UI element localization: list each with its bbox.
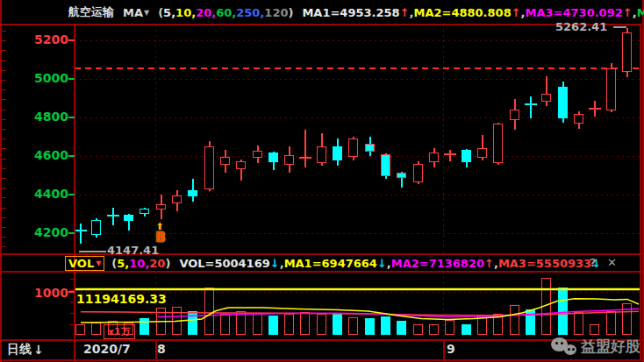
param: 5	[117, 257, 129, 270]
candle-body	[317, 146, 326, 163]
vol-params: (51020)	[111, 257, 170, 270]
scale-tick-icon	[2, 217, 6, 218]
high-price-line	[613, 26, 626, 28]
scale-tick-icon	[2, 197, 6, 198]
stock-chart-window: 航空运输 MA▼ (5102060250120) MA1=4953.258↑MA…	[0, 0, 644, 362]
candle-body	[91, 220, 101, 235]
candle-body	[124, 215, 133, 221]
candle-body	[236, 161, 246, 169]
chevron-down-icon: ▼	[96, 259, 101, 267]
vol-selector-label: VOL	[68, 257, 94, 270]
vol-selector[interactable]: VOL▼	[65, 256, 104, 271]
prev-close-line	[75, 67, 640, 69]
candle-body	[429, 153, 439, 162]
candle-wick	[112, 208, 114, 225]
candle-body	[558, 87, 568, 119]
candle-body	[510, 110, 519, 120]
price-axis-label: 4400	[2, 187, 68, 201]
period-selector[interactable]: 日线 ↓	[7, 342, 44, 358]
param: 10	[175, 6, 196, 19]
candle-body	[172, 195, 182, 203]
frame-line	[74, 24, 75, 359]
mav: MA1=4953.258↑	[302, 6, 413, 19]
price-gridline	[75, 40, 640, 41]
up-arrow-icon: ↑	[400, 6, 410, 19]
frame-line	[0, 271, 644, 273]
time-axis-label: 8	[157, 342, 166, 356]
mav: MA3=4730.092↑	[526, 6, 637, 19]
param: 10	[129, 257, 149, 270]
volume-unit-badge: x1万	[104, 324, 135, 339]
wechat-icon	[551, 337, 577, 357]
volume-axis-dash	[68, 291, 75, 293]
candle-body	[253, 151, 262, 158]
scale-tick-icon	[2, 188, 6, 188]
price-axis-label: 5000	[2, 71, 68, 85]
candle-body	[413, 164, 423, 182]
scale-tick-icon	[70, 324, 75, 325]
scale-tick-icon	[2, 208, 6, 209]
frame-line	[0, 0, 2, 362]
scale-tick-icon	[2, 110, 6, 110]
scale-tick-icon	[70, 290, 75, 291]
price-axis-label: 4800	[2, 110, 68, 124]
candle-body	[220, 157, 230, 165]
watermark: 益盟好股	[551, 337, 640, 357]
mav: MA1=6947664↓	[284, 257, 391, 270]
help-icon[interactable]: ?	[590, 256, 597, 269]
candle-body	[156, 204, 166, 209]
month-gridline	[443, 25, 444, 254]
month-gridline	[155, 25, 156, 254]
candle-body	[381, 154, 390, 176]
candle-wick	[80, 224, 82, 243]
price-axis-dash	[68, 117, 75, 118]
candle-body	[477, 148, 487, 158]
scale-tick-icon	[2, 40, 6, 41]
frame-line	[640, 24, 641, 359]
scale-tick-icon	[70, 302, 75, 302]
scale-tick-icon	[2, 246, 6, 247]
candle-body	[462, 150, 471, 162]
down-arrow-icon: ↓	[377, 257, 387, 270]
candle-body	[140, 209, 149, 214]
scale-tick-icon	[2, 168, 6, 169]
candle-body	[188, 190, 197, 196]
ma-params: (5102060250120)	[158, 6, 293, 19]
scale-tick-icon	[2, 178, 6, 179]
param: 20	[196, 6, 216, 19]
low-price-line	[79, 251, 106, 252]
scale-tick-icon	[70, 279, 75, 280]
scale-tick-icon	[2, 80, 6, 81]
param: 60	[216, 6, 236, 19]
down-arrow-icon: ↓	[270, 257, 280, 270]
scale-tick-icon	[2, 148, 6, 149]
param: 5	[163, 6, 175, 19]
ma-selector[interactable]: MA▼	[123, 6, 149, 19]
symbol-title: 航空运输	[68, 4, 114, 20]
close-icon[interactable]: ✕	[607, 256, 617, 269]
up-arrow-icon: ↑	[623, 6, 633, 19]
mav: MA3=5550933↓	[498, 257, 601, 270]
candle-doji	[444, 153, 456, 155]
high-price-label: 5262.41	[555, 20, 607, 33]
frame-line	[0, 359, 644, 361]
ma-values: MA1=4953.258↑MA2=4880.808↑MA3=4730.092↑M…	[302, 6, 644, 19]
candle-doji	[299, 157, 311, 159]
candle-doji	[75, 230, 87, 231]
candle-doji	[107, 215, 119, 216]
vol-values: VOL=5004169↓MA1=6947664↓MA2=7136820↑MA3=…	[179, 257, 601, 270]
price-axis-dash	[68, 78, 75, 80]
arrow-down-icon: ↓	[33, 343, 44, 357]
watermark-text: 益盟好股	[581, 337, 640, 357]
candle-body	[606, 68, 616, 110]
mav: MA2=4880.808↑	[414, 6, 526, 19]
candle-wick	[546, 76, 547, 106]
price-axis-dash	[68, 39, 75, 41]
frame-line	[0, 339, 644, 341]
candle-body	[268, 153, 278, 162]
price-axis-dash	[68, 194, 75, 195]
price-gridline	[75, 117, 640, 118]
price-axis-dash	[68, 232, 75, 234]
ma-selector-label: MA	[123, 6, 143, 19]
volume-value-label: 11194169.33	[76, 292, 167, 306]
